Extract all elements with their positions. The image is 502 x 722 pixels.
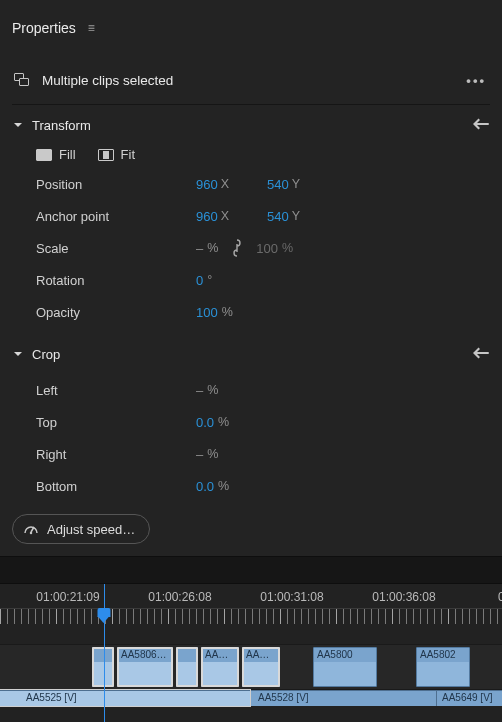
fit-label: Fit	[121, 147, 135, 162]
adjust-speed-label: Adjust speed…	[47, 522, 135, 537]
panel-menu-icon[interactable]: ≡	[88, 21, 96, 35]
clip-label: AA…	[243, 648, 279, 662]
playhead-handle[interactable]	[98, 608, 111, 624]
timecode: 01:00:21:09	[36, 590, 99, 604]
anchor-y-value[interactable]: 540	[267, 209, 289, 224]
clip-label: AA5800	[314, 648, 376, 662]
crop-left-unit: %	[207, 383, 218, 397]
crop-top-value[interactable]: 0.0	[196, 415, 214, 430]
fill-button[interactable]: Fill	[36, 147, 76, 162]
position-y-value[interactable]: 540	[267, 177, 289, 192]
crop-left-label: Left	[36, 383, 196, 398]
position-label: Position	[36, 177, 196, 192]
fill-icon	[36, 149, 52, 161]
timeline-clip[interactable]	[92, 647, 114, 687]
timeline-clip[interactable]: AA…	[242, 647, 280, 687]
crop-bottom-unit: %	[218, 479, 229, 493]
clip-label: AA…	[202, 648, 238, 662]
anchor-x-axis: X	[221, 209, 229, 223]
crop-right-value[interactable]: –	[196, 447, 203, 462]
clip-boundary	[250, 691, 251, 706]
timeline-clip[interactable]: AA5800	[313, 647, 377, 687]
crop-bottom-label: Bottom	[36, 479, 196, 494]
reset-crop-icon[interactable]	[472, 346, 490, 363]
position-x-axis: X	[221, 177, 229, 191]
panel-gap	[0, 556, 502, 584]
anchor-y-axis: Y	[292, 209, 300, 223]
time-ruler-ticks[interactable]	[0, 608, 502, 624]
crop-title: Crop	[32, 347, 60, 362]
adjust-speed-button[interactable]: Adjust speed…	[12, 514, 150, 544]
crop-left-value[interactable]: –	[196, 383, 203, 398]
clip-label: AA5649 [V]	[442, 692, 493, 703]
clip-label: AA5528 [V]	[258, 692, 309, 703]
chevron-down-icon	[12, 119, 24, 131]
scale-unit: %	[207, 241, 218, 255]
crop-right-unit: %	[207, 447, 218, 461]
rotation-unit: °	[207, 273, 212, 287]
fit-icon	[98, 149, 114, 161]
crop-top-unit: %	[218, 415, 229, 429]
selection-row: Multiple clips selected •••	[0, 56, 502, 104]
multiple-clips-icon	[14, 73, 30, 87]
timecode: 01:00:31:08	[260, 590, 323, 604]
position-y-axis: Y	[292, 177, 300, 191]
timecode: 01:00:26:08	[148, 590, 211, 604]
opacity-label: Opacity	[36, 305, 196, 320]
timeline-clip[interactable]: AA5806…	[117, 647, 173, 687]
fill-label: Fill	[59, 147, 76, 162]
fit-button[interactable]: Fit	[98, 147, 135, 162]
timeline[interactable]: 01:00:21:09 01:00:26:08 01:00:31:08 01:0…	[0, 584, 502, 722]
clip-label	[93, 648, 113, 662]
panel-title: Properties	[12, 20, 76, 36]
clip-label: AA5525 [V]	[26, 692, 77, 703]
timeline-clip[interactable]: AA…	[201, 647, 239, 687]
link-scale-icon[interactable]	[230, 239, 244, 257]
scale-y-value: 100	[256, 241, 278, 256]
clip-label: AA5806…	[118, 648, 172, 662]
timeline-clip[interactable]: AA5802	[416, 647, 470, 687]
timeline-clip[interactable]	[176, 647, 198, 687]
clip-label	[177, 648, 197, 662]
svg-point-0	[31, 533, 32, 534]
position-x-value[interactable]: 960	[196, 177, 218, 192]
clip-boundary	[436, 691, 437, 706]
more-options-icon[interactable]: •••	[466, 73, 486, 88]
crop-right-label: Right	[36, 447, 196, 462]
reset-transform-icon[interactable]	[472, 117, 490, 134]
anchor-x-value[interactable]: 960	[196, 209, 218, 224]
crop-top-label: Top	[36, 415, 196, 430]
video-track-2-selection[interactable]: AA5525 [V]	[0, 690, 250, 706]
rotation-value[interactable]: 0	[196, 273, 203, 288]
playhead-line	[104, 584, 105, 722]
speedometer-icon	[23, 521, 39, 537]
anchor-label: Anchor point	[36, 209, 196, 224]
timecode: 01:	[498, 590, 502, 604]
chevron-down-icon	[12, 348, 24, 360]
video-track-1[interactable]: AA5806…AA…AA…AA5800AA5802	[0, 644, 502, 690]
crop-bottom-value[interactable]: 0.0	[196, 479, 214, 494]
scale-label: Scale	[36, 241, 196, 256]
crop-section-toggle[interactable]: Crop	[12, 334, 490, 374]
transform-title: Transform	[32, 118, 91, 133]
time-ruler-labels: 01:00:21:09 01:00:26:08 01:00:31:08 01:0…	[0, 584, 502, 608]
rotation-label: Rotation	[36, 273, 196, 288]
opacity-value[interactable]: 100	[196, 305, 218, 320]
timecode: 01:00:36:08	[372, 590, 435, 604]
scale-value[interactable]: –	[196, 241, 203, 256]
opacity-unit: %	[222, 305, 233, 319]
transform-section-toggle[interactable]: Transform	[12, 105, 490, 145]
clip-label: AA5802	[417, 648, 469, 662]
scale-y-unit: %	[282, 241, 293, 255]
selection-label: Multiple clips selected	[42, 73, 173, 88]
